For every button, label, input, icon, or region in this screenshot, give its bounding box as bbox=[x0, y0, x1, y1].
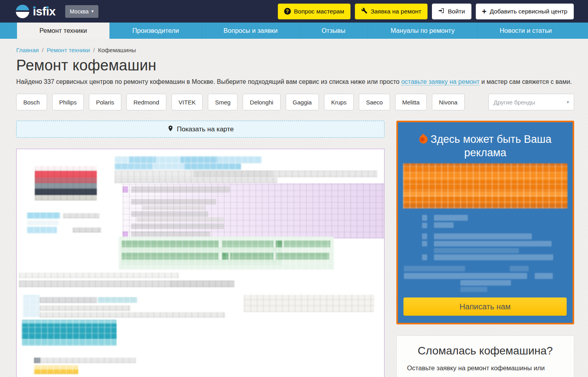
brand-button-smeg[interactable]: Smeg bbox=[208, 94, 237, 110]
chevron-down-icon: ▾ bbox=[567, 99, 569, 105]
blurred-ad-text bbox=[460, 280, 511, 286]
blurred-text-line bbox=[63, 213, 100, 218]
brand-button-delonghi[interactable]: Delonghi bbox=[243, 94, 280, 110]
tab-repair[interactable]: Ремонт техники bbox=[17, 23, 109, 39]
broken-machine-text-line1: Оставьте заявку на ремонт кофемашины или… bbox=[407, 363, 564, 377]
blurred-patch bbox=[244, 295, 374, 312]
city-selector-label: Москва bbox=[70, 8, 89, 15]
logo-text: isfix bbox=[33, 6, 56, 17]
tab-manufacturers[interactable]: Производители bbox=[109, 23, 202, 39]
blurred-ad-bullet bbox=[422, 233, 427, 239]
brand-button-gaggia[interactable]: Gaggia bbox=[286, 94, 319, 110]
brand-button-polaris[interactable]: Polaris bbox=[89, 94, 121, 110]
blurred-text-line bbox=[27, 220, 58, 225]
blurred-rating-line bbox=[27, 212, 60, 219]
blurred-ad-bullet bbox=[422, 241, 427, 246]
add-service-center-label: Добавить сервисный центр bbox=[490, 8, 567, 15]
blurred-text-line bbox=[40, 305, 130, 311]
blurred-description-panel bbox=[122, 183, 384, 239]
other-brands-placeholder: Другие бренды bbox=[494, 99, 535, 106]
brand-filter-row: Bosch Philips Polaris Redmond VITEK Smeg… bbox=[16, 94, 574, 110]
service-listing-card[interactable] bbox=[16, 149, 384, 377]
nav-fill bbox=[574, 23, 588, 39]
logo-icon bbox=[16, 5, 29, 18]
brand-button-redmond[interactable]: Redmond bbox=[126, 94, 166, 110]
city-selector-button[interactable]: Москва ▾ bbox=[65, 5, 98, 18]
blurred-link-line bbox=[27, 227, 57, 233]
page: isfix Москва ▾ ? Вопрос мастерам Заявка … bbox=[0, 0, 588, 377]
breadcrumb-separator: / bbox=[42, 47, 43, 53]
ask-masters-label: Вопрос мастерам bbox=[294, 8, 344, 15]
intro-after: и мастер сам свяжется с вами. bbox=[479, 78, 572, 85]
leave-request-link[interactable]: оставьте заявку на ремонт bbox=[401, 78, 479, 85]
blurred-ad-text bbox=[460, 287, 487, 292]
blurred-text-line bbox=[40, 297, 97, 303]
blurred-service-title-2[interactable] bbox=[115, 163, 241, 170]
brand-button-melitta[interactable]: Melitta bbox=[395, 94, 427, 110]
caret-down-icon: ▾ bbox=[91, 9, 94, 13]
blurred-ad-text bbox=[434, 248, 519, 253]
login-button[interactable]: Войти bbox=[432, 4, 471, 19]
blurred-ad-banner[interactable] bbox=[403, 163, 567, 208]
repair-request-label: Заявка на ремонт bbox=[371, 8, 421, 15]
right-column: Здесь может быть Ваша реклама bbox=[396, 121, 574, 377]
add-service-center-button[interactable]: + Добавить сервисный центр bbox=[476, 4, 574, 19]
intro-text: Найдено 337 сервисных центров по ремонту… bbox=[16, 78, 574, 85]
blurred-ad-text bbox=[404, 273, 527, 279]
ad-title-text: Здесь может быть Ваша реклама bbox=[431, 133, 552, 159]
blurred-star-rating bbox=[34, 365, 78, 374]
blurred-ad-text bbox=[434, 222, 454, 228]
blurred-text-line bbox=[115, 171, 377, 177]
plus-icon: + bbox=[482, 8, 487, 15]
blurred-sidebar-strip bbox=[23, 295, 40, 317]
intro-before: Найдено 337 сервисных центров по ремонту… bbox=[16, 78, 401, 85]
write-to-us-button[interactable]: Написать нам bbox=[403, 297, 567, 316]
content: Главная / Ремонт техники / Кофемашины Ре… bbox=[0, 39, 588, 377]
blurred-text-line bbox=[98, 297, 137, 303]
brand-button-saeco[interactable]: Saeco bbox=[359, 94, 390, 110]
blurred-text-line bbox=[73, 227, 101, 233]
left-column: Показать на карте bbox=[16, 121, 384, 377]
blurred-ad-text bbox=[434, 254, 553, 260]
map-pin-icon bbox=[167, 125, 174, 134]
breadcrumb-current: Кофемашины bbox=[98, 47, 136, 53]
blurred-action-button[interactable] bbox=[22, 320, 117, 346]
blurred-service-logo bbox=[35, 166, 97, 201]
broken-machine-title: Сломалась кофемашина? bbox=[407, 345, 564, 357]
brand-button-krups[interactable]: Krups bbox=[324, 94, 354, 110]
wrench-icon bbox=[361, 8, 368, 15]
breadcrumb-separator: / bbox=[93, 47, 95, 53]
repair-request-button[interactable]: Заявка на ремонт bbox=[355, 4, 428, 19]
blurred-service-title[interactable] bbox=[115, 156, 262, 163]
header: isfix Москва ▾ ? Вопрос мастерам Заявка … bbox=[0, 0, 588, 23]
brand-button-bosch[interactable]: Bosch bbox=[16, 94, 47, 110]
blurred-ad-text bbox=[510, 266, 529, 271]
logo[interactable]: isfix bbox=[16, 5, 56, 18]
main-nav: Ремонт техники Производители Вопросы и з… bbox=[0, 23, 588, 39]
tab-manuals[interactable]: Мануалы по ремонту bbox=[368, 23, 477, 39]
login-label: Войти bbox=[448, 8, 465, 15]
blurred-ad-text bbox=[535, 273, 553, 279]
brand-button-vitek[interactable]: VITEK bbox=[172, 94, 203, 110]
tab-questions[interactable]: Вопросы и заявки bbox=[202, 23, 299, 39]
tab-news[interactable]: Новости и статьи bbox=[477, 23, 574, 39]
breadcrumb-home[interactable]: Главная bbox=[16, 47, 39, 53]
blurred-text-line bbox=[19, 273, 179, 278]
tab-reviews[interactable]: Отзывы bbox=[299, 23, 368, 39]
flame-icon bbox=[417, 134, 429, 146]
sign-in-icon bbox=[438, 8, 445, 15]
question-circle-icon: ? bbox=[284, 8, 291, 15]
brand-button-nivona[interactable]: Nivona bbox=[432, 94, 465, 110]
ask-masters-button[interactable]: ? Вопрос мастерам bbox=[278, 4, 351, 19]
blurred-text-line bbox=[115, 177, 277, 183]
brand-button-philips[interactable]: Philips bbox=[52, 94, 84, 110]
blurred-ad-text bbox=[434, 233, 532, 239]
other-brands-select[interactable]: Другие бренды ▾ bbox=[488, 94, 574, 110]
header-actions: ? Вопрос мастерам Заявка на ремонт Войти… bbox=[278, 4, 574, 19]
blurred-text-line bbox=[40, 312, 225, 318]
nav-spacer bbox=[0, 23, 17, 39]
breadcrumb-repair[interactable]: Ремонт техники bbox=[47, 47, 90, 53]
blurred-ad-text bbox=[434, 215, 468, 221]
show-on-map-label: Показать на карте bbox=[177, 125, 234, 133]
show-on-map-button[interactable]: Показать на карте bbox=[16, 121, 384, 138]
